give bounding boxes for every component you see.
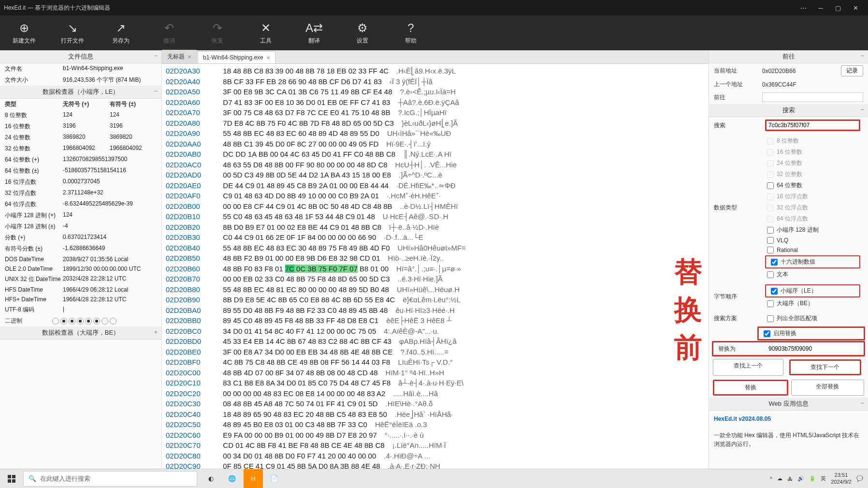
hex-bytes[interactable]: 8B D9 E8 5E 4C 8B 65 C0 E8 88 4C 8B 6D 5… — [219, 295, 395, 305]
tray-volume-icon[interactable]: 🔊 — [797, 475, 804, 482]
hex-line[interactable]: 02D20B80 55 48 8B EC 48 81 EC 80 00 00 0… — [166, 284, 705, 295]
inspector-be-header[interactable]: 数据检查器（大端序，BE）+ — [0, 326, 161, 340]
collapse-icon[interactable]: − — [860, 52, 864, 59]
collapse-icon[interactable]: − — [860, 399, 864, 407]
checkbox-小端序 128 进制[interactable]: 小端序 128 进制 — [762, 224, 863, 236]
hex-bytes[interactable]: 48 8B F2 B9 01 00 00 E8 9B D6 E8 32 98 C… — [219, 253, 380, 264]
hex-bytes[interactable]: 3F 00 E8 9B 3C CA 01 3B C6 75 11 49 8B C… — [219, 87, 392, 97]
replace-button[interactable]: 替换 — [713, 380, 788, 396]
expand-icon[interactable]: + — [154, 328, 158, 336]
bit-6[interactable] — [60, 318, 67, 325]
enable-replace-checkbox[interactable]: 启用替换 — [759, 328, 864, 339]
tray-notifications-icon[interactable]: 💬 — [856, 475, 863, 482]
find-prev-button[interactable]: 查找上一个 — [713, 359, 783, 376]
close-icon[interactable]: ✕ — [847, 0, 864, 15]
hex-bytes[interactable]: DE 44 C9 01 48 89 45 C8 B9 2A 01 00 00 E… — [219, 180, 389, 191]
hex-bytes[interactable]: E9 FA 00 00 00 B9 01 00 00 49 8B D7 E8 2… — [219, 430, 377, 441]
collapse-icon[interactable]: − — [154, 88, 158, 95]
tool-另存为[interactable]: ↗另存为 — [97, 15, 145, 50]
checkbox-Rational[interactable]: Rational — [762, 245, 863, 255]
tool-翻译[interactable]: A⇄翻译 — [290, 15, 338, 50]
hex-bytes[interactable]: CD 01 4C 8B F8 41 BE F8 48 8B CE 4E 48 8… — [219, 440, 385, 451]
hex-bytes[interactable]: 55 48 8B EC 48 81 EC 80 00 00 00 48 89 5… — [219, 284, 389, 295]
hex-line[interactable]: 02D20BC0 34 D0 01 41 54 8C 40 F7 41 12 0… — [166, 326, 705, 337]
tool-撤消[interactable]: ↶撤消 — [145, 15, 193, 50]
app-hexed[interactable]: H — [244, 469, 263, 488]
hex-line[interactable]: 02D20C90 0F 85 CE 41 C9 01 45 8B 5A D0 8… — [166, 461, 705, 469]
replace-all-button[interactable]: 全部替换 — [791, 380, 865, 396]
app-steam[interactable]: ◐ — [201, 469, 220, 488]
hex-line[interactable]: 02D20C30 08 48 8B 45 A8 48 7C 50 74 01 F… — [166, 399, 705, 409]
hex-bytes[interactable]: 48 89 45 B0 E8 03 01 00 C3 48 8B 7F 33 C… — [219, 419, 367, 430]
hex-line[interactable]: 02D20C20 00 00 00 00 48 83 EC 08 E8 14 0… — [166, 388, 705, 399]
hex-bytes[interactable]: 3F 00 E8 A7 34 D0 00 EB EB 34 48 8B 4E 4… — [219, 347, 392, 357]
hex-line[interactable]: 02D20B30 C0 44 C9 01 66 2E 0F 1F 84 00 0… — [166, 232, 705, 243]
hex-line[interactable]: 02D20BF0 4C 8B 75 C8 48 8B CE 49 8B 08 F… — [166, 357, 705, 368]
bit-4[interactable] — [77, 318, 84, 325]
hex-line[interactable]: 02D20A40 8B CF 33 FF EB 28 66 90 48 8B C… — [166, 76, 705, 87]
hex-line[interactable]: 02D20C80 00 34 D0 01 48 8B D0 F0 F7 41 2… — [166, 451, 705, 461]
system-tray[interactable]: ^ ☁ 🖧 🔊 🔋 英 23:512024/9/2 💬 — [765, 472, 868, 485]
replace-input[interactable] — [767, 344, 859, 353]
hex-line[interactable]: 02D20AD0 00 5D C3 49 8B 0D 5E 44 D2 1A B… — [166, 170, 705, 180]
tray-onedrive-icon[interactable]: ☁ — [777, 475, 782, 482]
maximize-icon[interactable]: ▢ — [829, 0, 847, 15]
hex-line[interactable]: 02D20A80 7D E8 4C 8B 75 F0 4C 8B 7D F8 4… — [166, 118, 705, 129]
hex-bytes[interactable]: 89 55 D0 48 8B F9 48 8B F2 33 C0 48 89 4… — [219, 305, 388, 316]
tray-chevron-icon[interactable]: ^ — [770, 476, 772, 482]
hex-line[interactable]: 02D20AA0 48 8B C1 39 45 D0 0F 8C 27 00 0… — [166, 139, 705, 149]
minimize-icon[interactable]: ─ — [812, 0, 829, 15]
hex-bytes[interactable]: 48 8B F0 83 F8 01 7C 0C 3B 75 F0 7F 07 B… — [219, 264, 389, 274]
hex-bytes[interactable]: 00 00 00 00 48 83 EC 08 E8 14 00 00 00 4… — [219, 388, 385, 399]
bit-1[interactable] — [101, 318, 108, 325]
tool-打开文件[interactable]: ↘打开文件 — [48, 15, 97, 50]
hex-line[interactable]: 02D20BD0 45 33 E4 EB 14 4C 8B 67 48 83 C… — [166, 336, 705, 347]
checkbox-小端序（LE）[interactable]: 小端序（LE） — [766, 285, 859, 296]
bit-3[interactable] — [85, 318, 92, 325]
hex-bytes[interactable]: C0 44 C9 01 66 2E 0F 1F 84 00 00 00 00 6… — [219, 232, 376, 243]
tab[interactable]: 无标题✕ — [162, 50, 197, 63]
tool-设置[interactable]: ⚙设置 — [338, 15, 387, 50]
hex-line[interactable]: 02D20B10 55 C0 48 63 45 48 63 48 1F 53 4… — [166, 211, 705, 222]
search-input[interactable] — [767, 121, 859, 130]
hex-line[interactable]: 02D20B00 00 00 E8 CF 44 C9 01 4C 8B 0C 5… — [166, 201, 705, 212]
hex-bytes[interactable]: D7 41 83 3F 00 E8 10 36 D0 01 EB 0E FF C… — [219, 97, 390, 108]
hex-bytes[interactable]: 48 63 55 D8 48 8B 00 FF 90 80 00 00 00 4… — [219, 160, 388, 170]
hex-bytes[interactable]: 00 00 EB 02 33 C0 48 8B 75 F8 48 8D 65 0… — [219, 274, 390, 284]
hex-bytes[interactable]: 34 D0 01 41 54 8C 40 F7 41 12 00 00 0C 7… — [219, 326, 376, 337]
bit-2[interactable] — [93, 318, 100, 325]
tool-帮助[interactable]: ?帮助 — [387, 15, 435, 50]
hex-bytes[interactable]: 18 48 89 65 90 48 83 EC 20 48 8B C5 48 8… — [219, 409, 387, 420]
hex-view[interactable]: 02D20A30 18 48 8B C8 83 39 00 48 8B 78 1… — [162, 64, 709, 469]
tray-network-icon[interactable]: 🖧 — [787, 476, 793, 482]
hex-bytes[interactable]: 55 C0 48 63 45 48 63 48 1F 53 44 48 C9 0… — [219, 211, 375, 222]
hex-bytes[interactable]: DC DD 1A BB 00 04 4C 63 45 D0 41 FF C0 4… — [219, 149, 395, 160]
hex-line[interactable]: 02D20A30 18 48 8B C8 83 39 00 48 8B 78 1… — [166, 66, 705, 76]
hex-bytes[interactable]: 3F 00 75 C8 48 63 D7 F8 7C CE E0 41 75 1… — [219, 107, 390, 118]
app-edge[interactable]: 🌐 — [222, 469, 242, 488]
hex-bytes[interactable]: 0F 85 CE 41 C9 01 45 8B 5A D0 8A 3B 88 4… — [219, 461, 380, 469]
tray-battery-icon[interactable]: 🔋 — [809, 475, 816, 482]
record-button[interactable]: 记录 — [841, 65, 863, 76]
app-notepad[interactable]: 📄 — [265, 469, 284, 488]
more-icon[interactable]: ⋯ — [795, 0, 812, 15]
tray-ime[interactable]: 英 — [821, 475, 826, 482]
hex-bytes[interactable]: 18 48 8B C8 83 39 00 48 8B 78 18 EB 02 3… — [219, 66, 389, 76]
hex-line[interactable]: 02D20B50 48 8B F2 B9 01 00 00 E8 9B D6 E… — [166, 253, 705, 264]
hex-line[interactable]: 02D20AB0 DC DD 1A BB 00 04 4C 63 45 D0 4… — [166, 149, 705, 160]
bit-0[interactable] — [110, 318, 116, 325]
hex-line[interactable]: 02D20AF0 C9 01 48 63 4D D0 8B 49 10 00 0… — [166, 191, 705, 201]
hex-line[interactable]: 02D20C60 E9 FA 00 00 00 B9 01 00 00 49 8… — [166, 430, 705, 441]
hex-line[interactable]: 02D20C10 83 C1 B8 E8 8A 34 D0 01 85 C0 7… — [166, 378, 705, 388]
tool-恢复[interactable]: ↷恢复 — [193, 15, 242, 50]
hex-line[interactable]: 02D20BA0 89 55 D0 48 8B F9 48 8B F2 33 C… — [166, 305, 705, 316]
hex-line[interactable]: 02D20AE0 DE 44 C9 01 48 89 45 C8 B9 2A 0… — [166, 180, 705, 191]
hex-bytes[interactable]: 00 34 D0 01 48 8B D0 F0 F7 41 20 00 40 0… — [219, 451, 376, 461]
hex-bytes[interactable]: 08 48 8B 45 A8 48 7C 50 74 01 FF 41 C9 0… — [219, 399, 378, 409]
collapse-icon[interactable]: − — [860, 106, 864, 113]
hex-line[interactable]: 02D20BE0 3F 00 E8 A7 34 D0 00 EB EB 34 4… — [166, 347, 705, 357]
hex-bytes[interactable]: 00 00 E8 CF 44 C9 01 4C 8B 0C 50 48 4D C… — [219, 201, 392, 212]
tab-close-icon[interactable]: ✕ — [266, 55, 270, 60]
start-button[interactable] — [0, 469, 23, 488]
hex-bytes[interactable]: 8B CF 33 FF EB 28 66 90 48 8B CF D6 D7 4… — [219, 76, 382, 87]
